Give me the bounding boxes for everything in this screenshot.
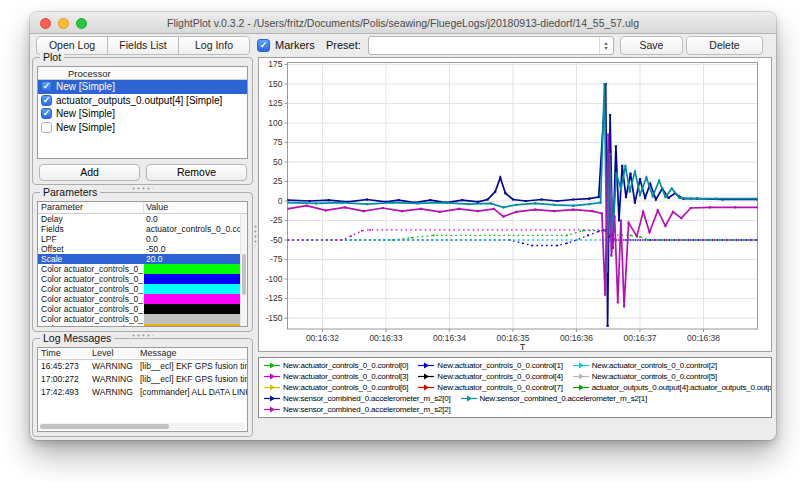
parameter-row[interactable]: LPF0.0 [38, 234, 247, 244]
log-horizontal-scrollbar[interactable] [40, 423, 245, 430]
plot-item-checkbox[interactable]: ✓ [41, 81, 52, 92]
legend-entry-label: New:actuator_controls_0_0.control[0] [283, 361, 408, 370]
log-table-header[interactable]: Time Level Message [38, 348, 247, 360]
preset-combobox[interactable]: ▴ ▾ [368, 36, 614, 55]
legend-entry[interactable]: New:actuator_controls_0_0.control[5] [573, 372, 717, 381]
parameter-name: Offset [38, 244, 144, 254]
plot-item-checkbox[interactable] [41, 122, 52, 133]
legend-entry[interactable]: New:actuator_controls_0_0.control[1] [418, 361, 562, 370]
svg-text:-50: -50 [270, 235, 283, 245]
parameter-row[interactable]: Color actuator_controls_0_... [38, 314, 247, 324]
svg-text:00:16:32: 00:16:32 [306, 333, 339, 343]
level-column-header[interactable]: Level [92, 348, 140, 359]
splitter-handle[interactable] [131, 187, 153, 190]
parameters-scrollbar[interactable] [240, 214, 247, 326]
parameter-row[interactable]: Color actuator_controls_0_... [38, 294, 247, 304]
log-level: WARNING [92, 373, 140, 386]
color-swatch [144, 294, 247, 304]
delete-preset-button[interactable]: Delete Preset [686, 36, 763, 55]
chart-canvas[interactable]: 1751501251007550250-25-50-75-100-125-150… [258, 57, 772, 352]
legend-entry[interactable]: New:sensor_combined_0.accelerometer_m_s2… [264, 405, 451, 414]
time-column-header[interactable]: Time [38, 348, 92, 359]
parameter-row[interactable]: Color actuator_controls_0_... [38, 274, 247, 284]
parameter-row[interactable]: Delay0.0 [38, 214, 247, 224]
plot-list-column-header[interactable]: Processor [38, 67, 247, 80]
legend-marker-icon [264, 361, 280, 370]
legend-entry-label: New:actuator_controls_0_0.control[7] [437, 383, 562, 392]
checkmark-icon: ✓ [43, 96, 51, 105]
legend-entry[interactable]: New:actuator_controls_0_0.control[7] [418, 383, 562, 392]
parameter-name: Color actuator_controls_0_... [38, 314, 144, 324]
value-column-header[interactable]: Value [144, 202, 168, 213]
chart-legend: New:actuator_controls_0_0.control[0]New:… [258, 357, 772, 418]
log-message-row[interactable]: 17:00:272WARNING[lib__ecl] EKF GPS fusio… [38, 373, 247, 386]
add-button[interactable]: Add [39, 164, 140, 181]
legend-row: New:actuator_controls_0_0.control[6]New:… [264, 382, 766, 393]
legend-marker-icon [418, 361, 434, 370]
parameters-table-header[interactable]: Parameter Value [38, 202, 247, 214]
log-message-row[interactable]: 17:42:493WARNING[commander] ALL DATA LIN… [38, 386, 247, 399]
splitter-handle[interactable] [254, 224, 257, 246]
fields-list-button[interactable]: Fields List [107, 36, 179, 55]
flightplot-window: FlightPlot v.0.3.2 - /Users/fritz/Docume… [30, 12, 776, 440]
close-button[interactable] [40, 18, 51, 29]
legend-entry[interactable]: New:actuator_controls_0_0.control[6] [264, 383, 408, 392]
legend-entry[interactable]: New:actuator_controls_0_0.control[0] [264, 361, 408, 370]
legend-marker-icon [573, 372, 589, 381]
log-level: WARNING [92, 386, 140, 399]
splitter-handle[interactable] [131, 334, 153, 337]
parameter-row[interactable]: Color actuator_controls_0_... [38, 304, 247, 314]
svg-text:-150: -150 [265, 313, 282, 323]
legend-entry[interactable]: New:actuator_controls_0_0.control[4] [418, 372, 562, 381]
plot-list: Processor ✓New [Simple]✓actuator_outputs… [37, 66, 248, 159]
plot-list-item[interactable]: ✓New [Simple] [38, 80, 247, 94]
parameter-row[interactable]: Color actuator_controls_0_... [38, 284, 247, 294]
color-swatch [144, 304, 247, 314]
parameter-name: Scale [38, 254, 144, 264]
scrollbar-thumb[interactable] [40, 424, 169, 429]
plot-item-label: actuator_outputs_0.output[4] [Simple] [56, 95, 222, 106]
legend-entry-label: New:sensor_combined_0.accelerometer_m_s2… [480, 394, 648, 403]
color-swatch [144, 274, 247, 284]
plot-list-item[interactable]: ✓actuator_outputs_0.output[4] [Simple] [38, 94, 247, 108]
legend-entry-label: New:actuator_controls_0_0.control[6] [283, 383, 408, 392]
plot-item-label: New [Simple] [56, 81, 115, 92]
legend-entry[interactable]: New:sensor_combined_0.accelerometer_m_s2… [264, 394, 451, 403]
legend-entry[interactable]: actuator_outputs_0.output[4]:actuator_ou… [573, 383, 772, 392]
plot-list-item[interactable]: New [Simple] [38, 121, 247, 135]
legend-row: New:actuator_controls_0_0.control[0]New:… [264, 360, 766, 371]
parameter-row[interactable]: Offset-50.0 [38, 244, 247, 254]
plot-item-checkbox[interactable]: ✓ [41, 95, 52, 106]
markers-checkbox[interactable]: ✓ [257, 39, 270, 52]
preset-stepper[interactable]: ▴ ▾ [599, 37, 612, 54]
parameter-column-header[interactable]: Parameter [38, 202, 144, 213]
svg-text:75: 75 [273, 137, 283, 147]
remove-button[interactable]: Remove [146, 164, 247, 181]
parameter-row[interactable]: Color actuator_controls_0_... [38, 264, 247, 274]
log-info-button[interactable]: Log Info [178, 36, 250, 55]
svg-text:-75: -75 [270, 254, 283, 264]
legend-entry[interactable]: New:actuator_controls_0_0.control[2] [573, 361, 717, 370]
parameter-row[interactable]: Color actuator_controls_0_... [38, 324, 247, 327]
plot-list-item[interactable]: ✓New [Simple] [38, 107, 247, 121]
parameter-row[interactable]: Scale20.0 [38, 254, 247, 264]
plot-item-checkbox[interactable]: ✓ [41, 108, 52, 119]
window-title: FlightPlot v.0.3.2 - /Users/fritz/Docume… [90, 12, 716, 34]
legend-entry[interactable]: New:sensor_combined_0.accelerometer_m_s2… [461, 394, 648, 403]
parameter-row[interactable]: Fieldsactuator_controls_0_0.con... [38, 224, 247, 234]
chart-plot[interactable]: 1751501251007550250-25-50-75-100-125-150… [259, 58, 771, 351]
svg-text:100: 100 [268, 118, 282, 128]
parameter-name: Color actuator_controls_0_... [38, 294, 144, 304]
legend-entry[interactable]: New:actuator_controls_0_0.control[3] [264, 372, 408, 381]
markers-label: Markers [275, 39, 315, 51]
zoom-button[interactable] [76, 18, 87, 29]
minimize-button[interactable] [58, 18, 69, 29]
save-preset-button[interactable]: Save Preset [620, 36, 683, 55]
message-column-header[interactable]: Message [140, 348, 247, 359]
scrollbar-thumb[interactable] [242, 254, 246, 294]
svg-text:-25: -25 [270, 215, 283, 225]
parameter-value: 0.0 [144, 214, 247, 224]
title-bar[interactable]: FlightPlot v.0.3.2 - /Users/fritz/Docume… [30, 12, 776, 34]
log-message-row[interactable]: 16:45:273WARNING[lib__ecl] EKF GPS fusio… [38, 360, 247, 373]
parameter-name: LPF [38, 234, 144, 244]
